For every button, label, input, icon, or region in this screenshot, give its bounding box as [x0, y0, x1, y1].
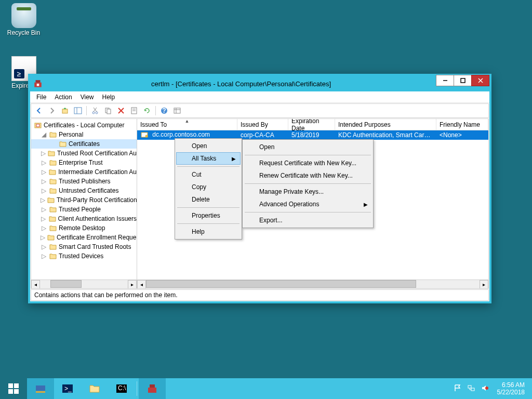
tray-network-icon[interactable] — [467, 384, 475, 394]
tree-root-label: Certificates - Local Computer — [44, 122, 124, 129]
tree-folder[interactable]: ▷Intermediate Certification Au — [31, 167, 137, 177]
column-issued-to[interactable]: Issued To▲ — [137, 119, 237, 130]
tree-folder[interactable]: ▷Trusted People — [31, 205, 137, 214]
sub-advanced-operations[interactable]: Advanced Operations ▶ — [244, 198, 372, 210]
column-issued-by[interactable]: Issued By — [237, 119, 288, 130]
forward-button[interactable] — [46, 105, 58, 116]
expand-icon[interactable]: ▷ — [41, 159, 47, 166]
collapse-icon[interactable]: ◢ — [41, 131, 47, 138]
folder-icon — [47, 196, 55, 204]
tree-folder[interactable]: ▷Enterprise Trust — [31, 158, 137, 167]
list-scrollbar[interactable]: ◂ ▸ — [137, 280, 488, 288]
ctx-help[interactable]: Help — [176, 225, 241, 238]
expand-icon[interactable]: ▷ — [41, 206, 47, 213]
recycle-bin-icon[interactable]: Recycle Bin — [4, 3, 43, 36]
tree-folder[interactable]: ▷Smart Card Trusted Roots — [31, 242, 137, 251]
delete-button[interactable] — [115, 105, 127, 116]
tree-folder[interactable]: ▷Trusted Devices — [31, 251, 137, 261]
ctx-delete[interactable]: Delete — [176, 193, 241, 206]
ctx-copy[interactable]: Copy — [176, 181, 241, 193]
tree-folder[interactable]: ▷Certificate Enrollment Reques — [31, 233, 137, 242]
scroll-track[interactable] — [40, 280, 128, 289]
ctx-all-tasks[interactable]: All Tasks ▶ — [176, 152, 241, 165]
scroll-thumb[interactable] — [146, 280, 416, 288]
sub-request-new-key[interactable]: Request Certificate with New Key... — [244, 157, 372, 169]
copy-button[interactable] — [102, 105, 114, 116]
taskbar-powershell[interactable]: >_ — [54, 378, 81, 399]
sub-manage-private-keys[interactable]: Manage Private Keys... — [244, 185, 372, 198]
titlebar[interactable]: certlm - [Certificates - Local Computer\… — [30, 76, 489, 91]
scroll-track[interactable] — [146, 280, 480, 289]
sub-open[interactable]: Open — [244, 141, 372, 153]
close-button[interactable] — [471, 75, 489, 86]
export-list-button[interactable] — [171, 105, 183, 116]
menu-help[interactable]: Help — [98, 91, 119, 102]
scroll-right-button[interactable]: ▸ — [480, 280, 488, 289]
folder-icon — [49, 158, 57, 167]
maximize-button[interactable] — [454, 75, 472, 86]
start-button[interactable] — [0, 378, 27, 399]
minimize-button[interactable] — [436, 75, 454, 86]
expand-icon[interactable]: ▷ — [41, 216, 47, 222]
expand-icon[interactable]: ▷ — [41, 169, 47, 176]
taskbar-cmd[interactable]: C:\ — [108, 378, 135, 399]
sub-export[interactable]: Export... — [244, 214, 372, 227]
tree-scrollbar[interactable]: ◂ ▸ — [31, 280, 137, 288]
column-friendly[interactable]: Friendly Name — [436, 119, 488, 130]
menu-file[interactable]: File — [32, 91, 50, 102]
ctx-open[interactable]: Open — [176, 140, 241, 152]
tray-volume-icon[interactable] — [481, 384, 489, 394]
expand-icon[interactable]: ▷ — [41, 150, 46, 157]
scroll-left-button[interactable]: ◂ — [31, 280, 40, 289]
ctx-cut[interactable]: Cut — [176, 168, 241, 181]
tree-folder[interactable]: ▷Remote Desktop — [31, 223, 137, 233]
up-button[interactable] — [59, 105, 71, 116]
tree-folder[interactable]: ▷Trusted Publishers — [31, 177, 137, 186]
menu-action[interactable]: Action — [50, 91, 76, 102]
folder-icon — [47, 233, 55, 242]
expand-icon[interactable]: ▷ — [41, 253, 47, 260]
taskbar-server-manager[interactable] — [27, 378, 54, 399]
refresh-button[interactable] — [141, 105, 153, 116]
help-button[interactable]: ? — [158, 105, 170, 116]
tree-personal[interactable]: ◢ Personal — [31, 130, 137, 139]
tree-personal-label: Personal — [59, 131, 83, 138]
ctx-separator — [245, 212, 371, 212]
scroll-right-button[interactable]: ▸ — [128, 280, 137, 289]
tree-root[interactable]: Certificates - Local Computer — [31, 121, 137, 130]
svg-rect-15 — [107, 109, 111, 114]
scroll-left-button[interactable]: ◂ — [137, 280, 146, 289]
svg-point-10 — [92, 112, 95, 114]
tree-folder[interactable]: ▷Trusted Root Certification Au — [31, 149, 137, 158]
expand-icon[interactable]: ▷ — [41, 197, 45, 204]
column-expiration[interactable]: Expiration Date — [288, 119, 335, 130]
menu-view[interactable]: View — [76, 91, 98, 102]
expand-icon[interactable]: ▷ — [41, 244, 47, 250]
back-button[interactable] — [33, 105, 45, 116]
taskbar-explorer[interactable] — [81, 378, 108, 399]
show-hide-tree-button[interactable] — [72, 105, 84, 116]
properties-button[interactable] — [128, 105, 140, 116]
tree-pane[interactable]: Certificates - Local Computer ◢ Personal… — [31, 119, 137, 288]
tree-folder[interactable]: ▷Third-Party Root Certification — [31, 195, 137, 205]
svg-text:C:\: C:\ — [118, 384, 126, 392]
scroll-thumb[interactable] — [50, 280, 82, 288]
tree-folder-label: Trusted People — [59, 206, 101, 213]
svg-text:>_: >_ — [64, 385, 72, 392]
expand-icon[interactable]: ▷ — [41, 225, 47, 232]
expand-icon[interactable]: ▷ — [41, 178, 47, 185]
svg-rect-40 — [148, 388, 156, 393]
cut-button[interactable] — [89, 105, 101, 116]
taskbar-certlm[interactable] — [139, 378, 166, 399]
expand-icon[interactable]: ▷ — [41, 188, 47, 194]
tree-folder[interactable]: ▷Untrusted Certificates — [31, 186, 137, 195]
sub-renew-new-key[interactable]: Renew Certificate with New Key... — [244, 169, 372, 182]
column-purposes[interactable]: Intended Purposes — [335, 119, 436, 130]
tree-certificates[interactable]: Certificates — [31, 139, 137, 149]
tray-flag-icon[interactable] — [454, 384, 462, 394]
tray-clock[interactable]: 6:56 AM 5/22/2018 — [494, 381, 528, 396]
expand-icon[interactable]: ▷ — [41, 234, 45, 241]
svg-rect-32 — [8, 389, 13, 394]
ctx-properties[interactable]: Properties — [176, 209, 241, 222]
tree-folder[interactable]: ▷Client Authentication Issuers — [31, 214, 137, 223]
